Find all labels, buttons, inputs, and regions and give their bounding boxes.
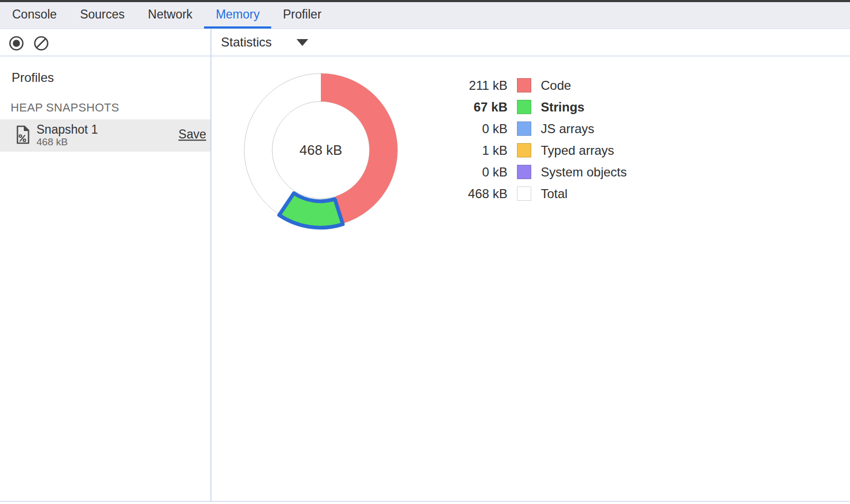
legend-label-strings: Strings [541,100,585,115]
legend-swatch-typed-arrays [517,143,531,157]
statistics-panel: 468 kB 211 kBCode67 kBStrings0 kBJS arra… [211,57,850,501]
memory-toolbar: Statistics [0,29,850,57]
record-circle-icon [8,35,24,51]
clear-button[interactable] [33,35,49,51]
legend-row-strings[interactable]: 67 kBStrings [452,96,627,118]
legend-label-js-arrays: JS arrays [541,122,594,136]
heap-snapshots-section-header: HEAP SNAPSHOTS [11,101,210,115]
legend-label-typed-arrays: Typed arrays [541,143,614,158]
heap-snapshot-document-icon [15,125,30,147]
pie-slice-strings-selected[interactable] [279,193,343,228]
profiles-title: Profiles [12,70,210,85]
legend-row-system-objects[interactable]: 0 kBSystem objects [452,161,627,183]
snapshot-name: Snapshot 1 [36,123,98,136]
legend-label-system-objects: System objects [541,165,627,180]
legend-value-total: 468 kB [452,186,507,201]
save-snapshot-link[interactable]: Save [179,127,206,142]
tab-memory[interactable]: Memory [204,2,271,29]
bottom-border [0,501,850,502]
legend-label-total: Total [541,186,568,201]
tab-console[interactable]: Console [1,2,68,29]
legend-row-total[interactable]: 468 kBTotal [452,183,627,204]
tab-sources[interactable]: Sources [68,2,136,29]
legend-swatch-system-objects [517,165,531,179]
chevron-down-icon [297,39,308,46]
legend-label-code: Code [541,78,571,93]
perspective-select-value: Statistics [221,35,272,50]
record-button[interactable] [8,35,24,51]
legend-value-code: 211 kB [452,78,507,93]
profiles-sidebar: Profiles HEAP SNAPSHOTS Snapshot 1 468 k… [0,57,210,501]
legend-row-code[interactable]: 211 kBCode [452,74,627,96]
legend-row-js-arrays[interactable]: 0 kBJS arrays [452,118,627,139]
legend-swatch-strings [517,100,531,114]
chart-legend: 211 kBCode67 kBStrings0 kBJS arrays1 kBT… [452,74,627,204]
snapshot-size: 468 kB [36,136,98,148]
donut-center-total-label: 468 kB [300,142,343,158]
legend-value-js-arrays: 0 kB [452,122,507,136]
clear-slash-icon [33,35,49,51]
legend-value-strings: 67 kB [452,100,507,115]
sidebar-item-snapshot-1[interactable]: Snapshot 1 468 kB Save [0,119,210,152]
perspective-select[interactable]: Statistics [221,29,308,55]
devtools-tabbar: Console Sources Network Memory Profiler [0,2,850,29]
donut-chart: 468 kB [220,55,421,250]
tab-profiler[interactable]: Profiler [271,2,333,29]
legend-value-typed-arrays: 1 kB [452,143,507,158]
tab-network[interactable]: Network [136,2,204,29]
legend-row-typed-arrays[interactable]: 1 kBTyped arrays [452,139,627,161]
legend-swatch-js-arrays [517,122,531,136]
legend-swatch-total [517,186,531,201]
legend-swatch-code [517,78,531,92]
legend-value-system-objects: 0 kB [452,165,507,180]
